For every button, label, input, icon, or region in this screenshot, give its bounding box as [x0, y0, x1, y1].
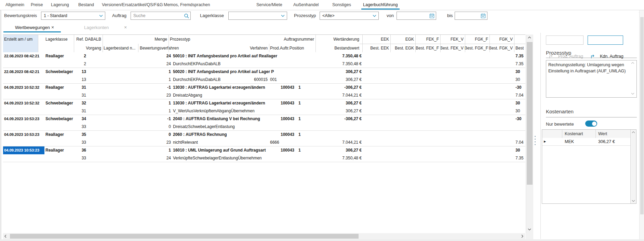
scrollbar-corner	[526, 233, 533, 239]
tab-versionen[interactable]: Versionen/Ersatzartikel/QS/F&G	[102, 1, 163, 9]
calendar-icon[interactable]	[429, 13, 434, 18]
prozesstyp-dropdown[interactable]: <Alle>	[320, 12, 379, 20]
table-row[interactable]: 04.09.2023 10:53:23Reallager36116010 : U…	[3, 146, 525, 162]
scroll-up-icon[interactable]	[631, 62, 635, 65]
table-row-line[interactable]: 22.08.2023 08:42:21Schwebelager13150020 …	[3, 68, 525, 76]
scroll-down-icon[interactable]	[527, 227, 532, 232]
tab-lagerbuchfuehrung[interactable]: Lagerbuchführung	[363, 1, 398, 9]
cell-wertaenderung: -306,27 €	[3, 84, 362, 91]
calendar-icon[interactable]	[481, 13, 486, 18]
table-row[interactable]: 22.08.2023 08:42:21Schwebelager13150020 …	[3, 68, 525, 84]
tab-bestand[interactable]: Bestand	[78, 1, 94, 9]
cell-clip2: 7.35	[515, 154, 526, 162]
table-row[interactable]: 22.08.2023 08:42:21Reallager22450010 : I…	[3, 52, 525, 68]
window-vertical-scrollbar[interactable]	[639, 10, 644, 241]
tab-aussenhandel[interactable]: Außenhandel	[293, 1, 319, 9]
prozesstyp-description-box[interactable]: Rechnungsstellung: Umlagerung wegen Eins…	[546, 60, 637, 98]
von-date-field[interactable]	[397, 12, 436, 20]
active-tab-underline	[361, 9, 400, 10]
table-row[interactable]: 04.09.2023 10:53:23Schwebelager34-12040 …	[3, 115, 525, 131]
bewertungskreis-dropdown[interactable]: 1 - Standard	[41, 12, 105, 20]
cell-clip2: 30	[515, 76, 526, 84]
subtab-lagerkonten[interactable]: Lagerkonten	[84, 23, 109, 32]
column-header-best-clipped[interactable]: Best	[515, 44, 526, 53]
table-row-line[interactable]: 04.09.2023 10:53:23Schwebelager34-12040 …	[3, 115, 525, 123]
toggle-knob	[592, 122, 596, 126]
chevron-down-icon	[373, 15, 376, 17]
prozesstyp-description-text: Rechnungsstellung: Umlagerung wegen Eins…	[548, 62, 628, 74]
cell-clip1: 30	[515, 146, 526, 154]
horizontal-scroll-thumb[interactable]	[10, 234, 359, 239]
kostenarten-table: Kostenart Wert ▶ MEK 306,27 €	[542, 129, 636, 204]
column-header-kostenart[interactable]: Kostenart	[565, 130, 583, 138]
nur-bewertete-toggle[interactable]	[585, 120, 597, 127]
column-header-fgk-v[interactable]: FGK_V	[3, 35, 513, 44]
cell-clip1: -30	[515, 84, 526, 91]
scroll-left-icon[interactable]	[3, 233, 9, 239]
scroll-down-icon[interactable]	[631, 93, 635, 96]
table-row[interactable]: 04.09.2023 10:52:32Schwebelager32113030 …	[3, 99, 525, 115]
cell-clip2: 7.04	[515, 91, 526, 99]
tab-service-miete[interactable]: Service/Miete	[256, 1, 282, 9]
table-row[interactable]: 04.09.2023 10:53:23Reallager3502060 : AU…	[3, 131, 525, 146]
tab-allgemein[interactable]: Allgemein	[5, 1, 24, 9]
window-bottom-edge	[0, 239, 644, 241]
scroll-up-icon[interactable]	[527, 35, 532, 41]
prozesstyp-value: <Alle>	[322, 12, 334, 19]
column-header-wert[interactable]: Wert	[598, 130, 607, 138]
search-input[interactable]	[131, 12, 190, 19]
right-panel-border	[540, 33, 541, 239]
scroll-down-icon[interactable]	[632, 200, 635, 202]
bis-label: bis	[447, 12, 453, 20]
lagerklasse-dropdown[interactable]	[228, 12, 287, 20]
table-row-line[interactable]: 04.09.2023 10:53:23Reallager36116010 : U…	[3, 146, 525, 154]
auftrag-search-box	[131, 12, 191, 20]
cell-wertaenderung	[3, 131, 362, 139]
table-row-line[interactable]: 311V_WertAusVerknüpftemAbgangÜbernehmen3…	[3, 107, 525, 115]
tab-preise[interactable]: Preise	[31, 1, 43, 9]
tab-memos-fremdsprachen[interactable]: Memos, Fremdsprachen	[164, 1, 210, 9]
table-row-line[interactable]: 330DreisatzSchwebeLagerEntlastung	[3, 123, 525, 131]
table-horizontal-scrollbar[interactable]	[3, 233, 525, 239]
panel-splitter-handle[interactable]	[535, 136, 536, 146]
prod-auftrag-button: Prod. Auftrag	[546, 36, 583, 45]
close-icon[interactable]: ×	[51, 23, 54, 32]
bis-date-field[interactable]	[455, 12, 487, 20]
subtab-wertbewegungen[interactable]: Wertbewegungen	[15, 23, 50, 32]
table-row[interactable]: ▶ MEK 306,27 €	[542, 138, 631, 146]
kdn-auftrag-button[interactable]: Kdn. Auftrag	[588, 36, 623, 45]
cell-clip1: 7.35	[515, 52, 526, 60]
chevron-down-icon	[99, 15, 103, 17]
table-row-line[interactable]: 224DurchschEKPAusDabALB7.350,48 €7.35	[3, 60, 525, 68]
table-row-line[interactable]: 3324VerknüpfteSchwebelagerEntlastungÜber…	[3, 154, 525, 162]
chevron-down-icon	[281, 15, 285, 17]
table-row-line[interactable]: 131DurchschEKPAusDabALB600015001306,27 €…	[3, 76, 525, 84]
vertical-scroll-thumb[interactable]	[527, 42, 533, 185]
table-row-line[interactable]: 04.09.2023 10:52:32Reallager31-113030 : …	[3, 84, 525, 91]
table-vertical-scrollbar[interactable]	[526, 34, 533, 233]
cell-bestandswert	[3, 123, 362, 131]
wertbewegungen-table: 22.08.2023 08:42:21Reallager22450010 : I…	[3, 52, 525, 162]
tab-lagerung[interactable]: Lagerung	[51, 1, 69, 9]
search-icon[interactable]	[184, 13, 189, 18]
cell-kostenart: MEK	[565, 138, 574, 145]
tab-sonstiges[interactable]: Sonstiges	[332, 1, 351, 9]
cell-wertaenderung: -306,27 €	[3, 115, 362, 123]
main-tabbar: Allgemein Preise Lagerung Bestand Versio…	[0, 0, 644, 10]
scroll-right-icon[interactable]	[520, 233, 525, 239]
column-header-best-fgk-v[interactable]: Best. FGK_V	[3, 44, 513, 53]
scroll-up-icon[interactable]	[632, 131, 635, 133]
cell-clip1: 30	[515, 99, 526, 107]
table-row[interactable]: 04.09.2023 10:52:32Reallager31-113030 : …	[3, 84, 525, 99]
cell-bestandswert: 7.044,21 €	[3, 139, 362, 146]
table-row-line[interactable]: 04.09.2023 10:53:23Reallager3502060 : AU…	[3, 131, 525, 139]
table-row-line[interactable]: 3323nichtRelevant66667.044,21 €7.04	[3, 139, 525, 146]
kostenarten-scrollbar[interactable]	[630, 130, 636, 203]
cell-bestandswert: 7.350,48 €	[3, 154, 362, 162]
window-scroll-thumb[interactable]	[640, 17, 644, 214]
table-row-line[interactable]: 22.08.2023 08:42:21Reallager22450010 : I…	[3, 52, 525, 60]
table-row-line[interactable]: 04.09.2023 10:52:32Schwebelager32113030 …	[3, 99, 525, 107]
close-icon[interactable]: ×	[124, 23, 127, 32]
cell-wertaenderung: 306,27 €	[3, 68, 362, 76]
table-row-line[interactable]: 3123DreisatzAbgang7.044,21 €7.04	[3, 91, 525, 99]
